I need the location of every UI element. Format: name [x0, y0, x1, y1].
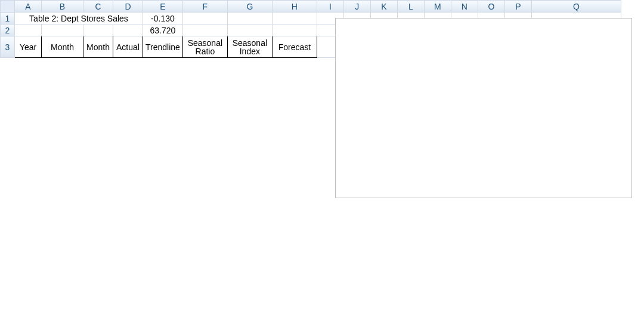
cell-F1[interactable]	[182, 13, 227, 24]
cell-A1[interactable]: Table 2: Dept Stores Sales	[15, 13, 143, 24]
column-header-L[interactable]: L	[397, 1, 424, 13]
chart-svg	[336, 19, 631, 198]
row-header-3[interactable]: 3	[1, 36, 15, 58]
column-header-I[interactable]: I	[317, 1, 343, 13]
cell-A3[interactable]: Year	[15, 36, 42, 58]
cell-H3[interactable]: Forecast	[272, 36, 317, 58]
cell-H1[interactable]	[272, 13, 317, 24]
cell-F2[interactable]	[182, 24, 227, 36]
column-header-P[interactable]: P	[504, 1, 531, 13]
cell-C2[interactable]	[83, 24, 113, 36]
cell-D3[interactable]: Actual	[113, 36, 143, 58]
cell-C3[interactable]: Month	[83, 36, 113, 58]
cell-G1[interactable]	[227, 13, 272, 24]
column-header-Q[interactable]: Q	[531, 1, 621, 13]
cell-B3[interactable]: Month	[42, 36, 83, 58]
column-header-M[interactable]: M	[424, 1, 451, 13]
column-header-D[interactable]: D	[113, 1, 143, 13]
row-header-1[interactable]: 1	[1, 13, 15, 24]
select-all-corner[interactable]	[1, 1, 15, 13]
cell-E2[interactable]: 63.720	[143, 24, 183, 36]
column-header-H[interactable]: H	[272, 1, 317, 13]
column-header-E[interactable]: E	[143, 1, 183, 13]
cell-B2[interactable]	[42, 24, 83, 36]
column-header-A[interactable]: A	[15, 1, 42, 13]
cell-G2[interactable]	[227, 24, 272, 36]
column-header-K[interactable]: K	[370, 1, 397, 13]
row-header-2[interactable]: 2	[1, 24, 15, 36]
column-header-G[interactable]: G	[227, 1, 272, 13]
spreadsheet-viewport[interactable]: ABCDEFGHIJKLMNOPQ1Table 2: Dept Stores S…	[0, 0, 644, 311]
column-header-F[interactable]: F	[182, 1, 227, 13]
column-header-C[interactable]: C	[83, 1, 113, 13]
column-header-J[interactable]: J	[343, 1, 370, 13]
cell-H2[interactable]	[272, 24, 317, 36]
cell-A2[interactable]	[15, 24, 42, 36]
cell-G3[interactable]: SeasonalIndex	[227, 36, 272, 58]
column-header-N[interactable]: N	[451, 1, 478, 13]
cell-F3[interactable]: SeasonalRatio	[182, 36, 227, 58]
cell-E1[interactable]: -0.130	[143, 13, 183, 24]
cell-E3[interactable]: Trendline	[143, 36, 183, 58]
embedded-chart[interactable]	[335, 18, 632, 198]
cell-D2[interactable]	[113, 24, 143, 36]
column-header-O[interactable]: O	[478, 1, 504, 13]
column-header-B[interactable]: B	[42, 1, 83, 13]
